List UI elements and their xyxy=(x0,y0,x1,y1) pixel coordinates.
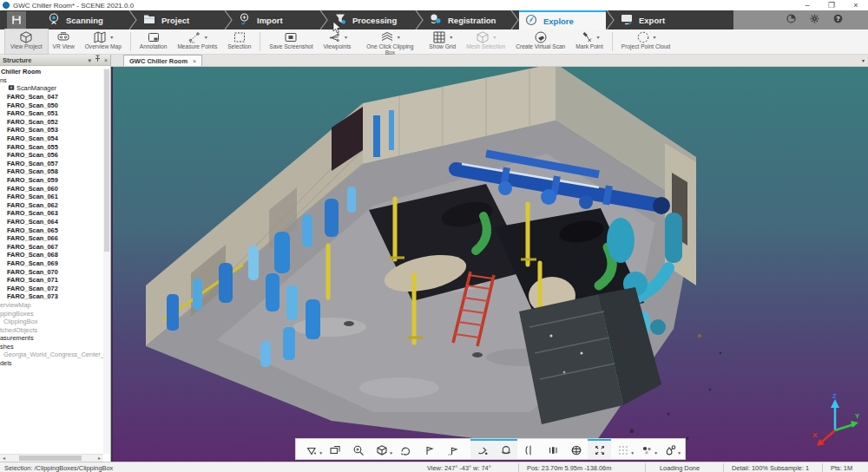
show-grid-button[interactable]: ▾Show Grid xyxy=(424,30,461,54)
chevron-down-icon[interactable]: ▾ xyxy=(597,34,600,40)
tree-item[interactable]: FARO_Scan_054 xyxy=(0,134,103,143)
ribbon-tab-scanning[interactable]: Scanning xyxy=(42,10,128,30)
tree-item[interactable]: Chiller Room xyxy=(0,68,103,76)
tree-item[interactable]: FARO_Scan_057 xyxy=(0,160,103,168)
chevron-down-icon[interactable]: ▾ xyxy=(398,34,400,40)
project-point-cloud-button[interactable]: ▾Project Point Cloud xyxy=(616,30,675,54)
create-virtual-scan-button[interactable]: Create Virtual Scan xyxy=(510,30,570,54)
color-picker-button[interactable]: ▾ xyxy=(658,439,681,459)
tree-item[interactable]: FARO_Scan_072 xyxy=(0,284,103,292)
close-button[interactable]: × xyxy=(851,0,861,10)
tree-item[interactable]: FARO_Scan_058 xyxy=(0,167,103,176)
tree-vertical-scrollbar[interactable] xyxy=(103,68,110,454)
save-screenshot-button[interactable]: Save Screenshot xyxy=(264,30,318,54)
examiner-mode-button[interactable]: ▾ xyxy=(299,439,323,459)
chevron-down-icon[interactable]: ▾ xyxy=(345,34,347,40)
tree-item-label: FARO_Scan_054 xyxy=(7,134,58,142)
point-color-mode-button[interactable]: ▾ xyxy=(635,439,658,459)
tree-item[interactable]: Georgia_World_Congress_Center_Chiller_Ro… xyxy=(0,351,103,359)
tree-item[interactable]: FARO_Scan_062 xyxy=(0,201,103,210)
tree-item[interactable]: FARO_Scan_060 xyxy=(0,184,103,193)
chevron-down-icon[interactable]: ▾ xyxy=(450,34,452,40)
tree-item[interactable]: FARO_Scan_059 xyxy=(0,176,103,185)
viewport-tab[interactable]: GWC Chiller Room × xyxy=(123,55,202,66)
measure-points-button[interactable]: ▾Measure Points xyxy=(172,30,222,54)
chevron-down-icon[interactable]: ▾ xyxy=(205,34,207,40)
ribbon-tab-export[interactable]: Export xyxy=(615,10,701,30)
tree-item[interactable]: ClippingBox xyxy=(0,318,103,326)
gear-icon[interactable] xyxy=(809,12,820,28)
panorama-sphere-button[interactable] xyxy=(564,439,588,459)
tree-item[interactable]: FARO_Scan_070 xyxy=(0,267,103,276)
tree-item[interactable]: FARO_Scan_073 xyxy=(0,292,103,301)
annotation-button[interactable]: Annotation xyxy=(135,30,173,54)
one-click-clipping-box-button[interactable]: ▾One Click Clipping Box xyxy=(356,30,424,54)
tree-item[interactable]: FARO_Scan_067 xyxy=(0,242,103,251)
tree-item[interactable]: ScanManager xyxy=(0,84,103,93)
mark-point-button[interactable]: ▾Mark Point xyxy=(570,30,608,54)
ribbon-tab-import[interactable]: Import xyxy=(233,10,319,30)
rotate-view-button[interactable] xyxy=(393,439,417,459)
chevron-down-icon[interactable]: ▾ xyxy=(654,34,656,40)
ribbon-tab-registration[interactable]: Registration xyxy=(424,10,510,30)
tree-item[interactable]: FARO_Scan_063 xyxy=(0,209,103,218)
selection-button[interactable]: Selection xyxy=(222,30,256,54)
close-icon[interactable]: × xyxy=(104,55,108,66)
scroll-right-icon[interactable]: ▸ xyxy=(95,455,103,462)
pin-icon[interactable] xyxy=(95,55,101,66)
tab-list-menu-icon[interactable]: ▾ xyxy=(862,57,865,63)
pan-tool-button[interactable] xyxy=(323,439,346,459)
view-project-button[interactable]: View Project xyxy=(5,30,48,54)
tree-item[interactable]: FARO_Scan_050 xyxy=(0,101,103,109)
tree-item[interactable]: FARO_Scan_065 xyxy=(0,226,103,234)
tree-item[interactable]: FARO_Scan_056 xyxy=(0,151,103,160)
point-cloud-3d-view[interactable]: ▾▾▾▾▾ Z Y X xyxy=(111,67,868,462)
chevron-down-icon[interactable]: ▾ xyxy=(88,55,91,66)
scroll-left-icon[interactable]: ◂ xyxy=(0,455,8,462)
tree-item[interactable]: FARO_Scan_066 xyxy=(0,234,103,243)
tree-item[interactable]: FARO_Scan_069 xyxy=(0,259,103,268)
tree-item[interactable]: erviewMap xyxy=(0,301,103,310)
tree-item[interactable]: FARO_Scan_053 xyxy=(0,126,103,134)
tree-item[interactable]: FARO_Scan_052 xyxy=(0,118,103,127)
rotate-around-point-button[interactable] xyxy=(417,439,440,459)
chevron-down-icon[interactable]: ▾ xyxy=(493,34,496,40)
help-icon[interactable]: ? xyxy=(832,12,844,28)
tree-item[interactable]: asurements xyxy=(0,334,103,343)
tree-item-label: FARO_Scan_063 xyxy=(7,209,58,217)
tree-item[interactable]: shes xyxy=(0,343,103,351)
tree-horizontal-scrollbar[interactable]: ◂ ▸ xyxy=(0,454,103,462)
vr-view-button[interactable]: VR View xyxy=(48,30,80,54)
tree-item[interactable]: FARO_Scan_068 xyxy=(0,251,103,259)
zoom-tool-button[interactable] xyxy=(346,439,370,459)
zoom-fit-button[interactable] xyxy=(588,439,611,459)
tree-item[interactable]: dels xyxy=(0,359,103,368)
set-rotation-point-button[interactable] xyxy=(440,439,464,459)
tree-item[interactable]: FARO_Scan_051 xyxy=(0,109,103,118)
save-button[interactable] xyxy=(7,11,26,29)
tree-item[interactable]: FARO_Scan_055 xyxy=(0,142,103,151)
orbit-mode-button[interactable] xyxy=(494,439,517,459)
tree-item[interactable]: FARO_Scan_071 xyxy=(0,276,103,285)
tree-item[interactable]: FARO_Scan_064 xyxy=(0,218,103,226)
tree-item[interactable]: ns xyxy=(0,76,103,85)
minimize-button[interactable]: – xyxy=(802,0,812,10)
ribbon-tab-project[interactable]: Project xyxy=(137,10,224,30)
restore-button[interactable]: ❐ xyxy=(826,0,837,10)
ribbon-tab-processing[interactable]: Processing xyxy=(328,10,415,30)
grid-display-button[interactable]: ▾ xyxy=(611,439,635,459)
tree-item[interactable]: tchedObjects xyxy=(0,325,103,334)
scrollbar-thumb[interactable] xyxy=(19,456,82,461)
pie-chart-icon[interactable] xyxy=(786,12,797,28)
point-density-bars-button[interactable] xyxy=(541,439,564,459)
tab-close-icon[interactable]: × xyxy=(193,58,196,64)
overview-map-button[interactable]: ▾Overview Map xyxy=(80,30,127,54)
clipping-plane-button[interactable] xyxy=(517,439,541,459)
tree-item[interactable]: FARO_Scan_047 xyxy=(0,93,103,102)
view-orientation-button[interactable]: ▾ xyxy=(370,439,393,459)
ribbon-tab-explore[interactable]: Explore xyxy=(519,10,606,30)
tree-item[interactable]: ppingBoxes xyxy=(0,309,103,318)
walk-mode-button[interactable] xyxy=(470,439,494,459)
chevron-down-icon[interactable]: ▾ xyxy=(110,34,113,40)
tree-item[interactable]: FARO_Scan_061 xyxy=(0,193,103,201)
